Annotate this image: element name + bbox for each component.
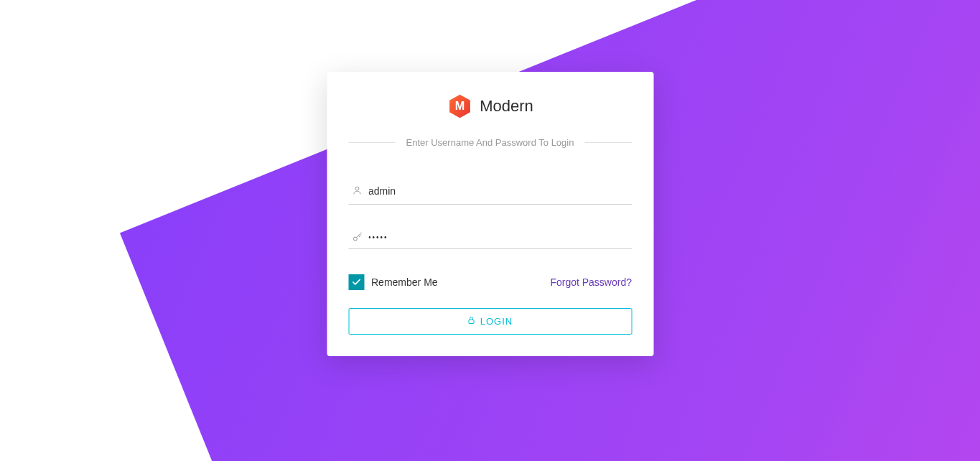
password-field-group — [348, 230, 632, 249]
user-icon — [352, 185, 362, 198]
username-input[interactable] — [348, 184, 632, 198]
svg-text:M: M — [454, 99, 464, 112]
logo-section: M Modern — [348, 93, 632, 119]
svg-point-3 — [353, 237, 357, 241]
lock-icon — [467, 316, 476, 327]
subtitle-section: Enter Username And Password To Login — [348, 137, 632, 148]
login-button[interactable]: LOGIN — [348, 308, 632, 335]
login-button-label: LOGIN — [480, 316, 513, 327]
username-field-group — [348, 184, 632, 205]
login-card: M Modern Enter Username And Password To … — [327, 72, 653, 356]
checkbox-box — [348, 274, 364, 290]
svg-rect-4 — [469, 320, 474, 324]
divider-line — [584, 142, 632, 143]
key-icon — [352, 231, 363, 245]
logo-icon: M — [447, 93, 472, 119]
remember-me-label: Remember Me — [371, 276, 438, 288]
forgot-password-link[interactable]: Forgot Password? — [550, 276, 632, 288]
divider-line — [348, 142, 396, 143]
options-row: Remember Me Forgot Password? — [348, 274, 632, 290]
password-input[interactable] — [348, 232, 632, 243]
subtitle-text: Enter Username And Password To Login — [406, 137, 574, 148]
svg-point-2 — [355, 187, 359, 190]
brand-name: Modern — [480, 97, 533, 116]
remember-me-checkbox[interactable]: Remember Me — [348, 274, 438, 290]
